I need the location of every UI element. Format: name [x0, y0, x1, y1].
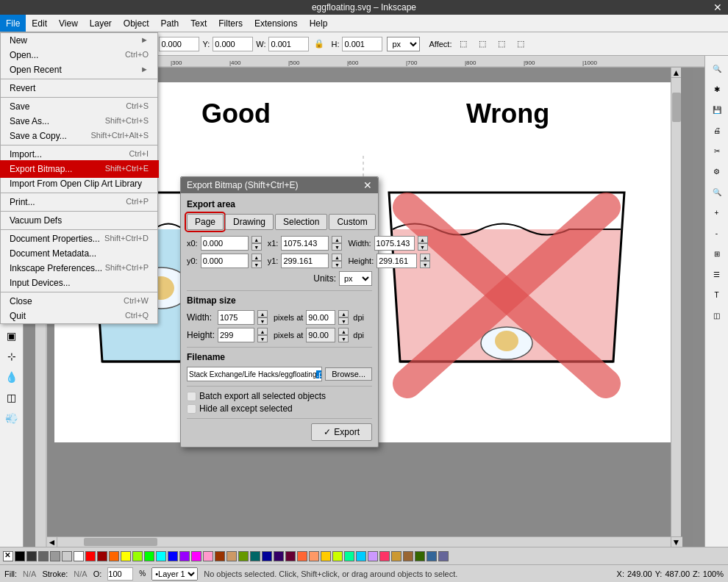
bm-height-spinner[interactable]: ▲ ▼	[257, 328, 268, 342]
right-tool-7[interactable]: 🔍	[707, 182, 727, 201]
scrollbar-h-thumb[interactable]	[84, 538, 157, 546]
bm-height-dpi-spin-up[interactable]: ▲	[338, 328, 349, 335]
lock-btn[interactable]: 🔒	[310, 35, 328, 53]
menu-item-quit[interactable]: Quit Ctrl+Q	[1, 309, 157, 323]
color-maroon[interactable]	[285, 551, 296, 561]
color-orange[interactable]	[109, 551, 119, 561]
bm-width-spin-down[interactable]: ▼	[257, 317, 268, 325]
width-spinner[interactable]: ▲ ▼	[418, 236, 428, 251]
menu-item-save-as[interactable]: Save As... Shift+Ctrl+S	[1, 114, 157, 129]
color-forest[interactable]	[415, 551, 425, 561]
y0-spinner[interactable]: ▲ ▼	[251, 254, 262, 268]
units-dropdown[interactable]: px mm in	[339, 271, 372, 286]
units-select[interactable]: px mm in	[387, 37, 420, 51]
w-input[interactable]	[268, 37, 309, 51]
bm-width-dpi-spinner[interactable]: ▲ ▼	[338, 310, 349, 325]
export-button[interactable]: ✓ Export	[311, 423, 372, 441]
h-input[interactable]	[342, 37, 382, 51]
opacity-input[interactable]	[107, 567, 133, 581]
affect-btn-3[interactable]: ⬚	[493, 35, 510, 53]
export-custom-btn[interactable]: Custom	[329, 214, 375, 230]
bm-width-spinner[interactable]: ▲ ▼	[257, 310, 268, 325]
affect-btn-1[interactable]: ⬚	[454, 35, 472, 53]
color-silver[interactable]	[62, 551, 72, 561]
y-input[interactable]	[213, 37, 253, 51]
height-spin-down[interactable]: ▼	[420, 261, 430, 268]
x1-spin-up[interactable]: ▲	[332, 236, 342, 243]
height-spinner[interactable]: ▲ ▼	[420, 254, 430, 268]
color-olive[interactable]	[238, 551, 249, 561]
bm-width-dpi-spin-up[interactable]: ▲	[338, 310, 349, 317]
dialog-close-button[interactable]: ✕	[363, 180, 372, 190]
menu-item-save[interactable]: Save Ctrl+S	[1, 99, 157, 114]
x0-input[interactable]	[201, 236, 249, 251]
right-tool-11[interactable]: ☰	[707, 265, 727, 284]
color-black[interactable]	[15, 551, 25, 561]
menu-item-export-bitmap[interactable]: Export Bitmap... Shift+Ctrl+E	[1, 162, 157, 176]
bm-height-input[interactable]	[218, 328, 254, 342]
menu-item-new[interactable]: New ►	[1, 33, 157, 48]
color-lavender[interactable]	[368, 551, 378, 561]
right-tool-12[interactable]: T	[707, 285, 727, 304]
color-dark-gray[interactable]	[26, 551, 37, 561]
layer-select[interactable]: •Layer 1	[151, 567, 198, 581]
y1-input[interactable]	[281, 254, 329, 268]
scrollbar-vertical[interactable]: ▲ ▼	[671, 68, 681, 547]
menu-view[interactable]: View	[53, 15, 84, 32]
affect-btn-4[interactable]: ⬚	[512, 35, 529, 53]
affect-btn-2[interactable]: ⬚	[474, 35, 491, 53]
batch-export-checkbox[interactable]	[187, 392, 196, 401]
menu-text[interactable]: Text	[185, 15, 213, 32]
bm-width-dpi-spin-down[interactable]: ▼	[338, 317, 349, 325]
y1-spinner[interactable]: ▲ ▼	[332, 254, 342, 268]
menu-filters[interactable]: Filters	[213, 15, 249, 32]
menu-item-save-copy[interactable]: Save a Copy... Shift+Ctrl+Alt+S	[1, 129, 157, 143]
tool-gradient[interactable]: ▣	[2, 326, 21, 345]
color-indigo[interactable]	[274, 551, 284, 561]
bm-height-spin-down[interactable]: ▼	[257, 335, 268, 342]
right-tool-3[interactable]: 💾	[707, 100, 727, 119]
y0-spin-down[interactable]: ▼	[251, 261, 262, 268]
color-green[interactable]	[144, 551, 154, 561]
bm-width-dpi-input[interactable]	[306, 310, 335, 325]
scrollbar-v-thumb[interactable]	[672, 93, 681, 122]
y0-spin-up[interactable]: ▲	[251, 254, 262, 261]
menu-edit[interactable]: Edit	[26, 15, 53, 32]
color-white[interactable]	[74, 551, 84, 561]
color-gold[interactable]	[321, 551, 331, 561]
x0-spin-down[interactable]: ▼	[251, 243, 262, 251]
menu-object[interactable]: Object	[118, 15, 155, 32]
menu-item-print[interactable]: Print... Ctrl+P	[1, 195, 157, 209]
color-brown[interactable]	[215, 551, 225, 561]
menu-extensions[interactable]: Extensions	[249, 15, 304, 32]
y1-spin-down[interactable]: ▼	[332, 261, 342, 268]
menu-path[interactable]: Path	[155, 15, 185, 32]
menu-item-vacuum[interactable]: Vacuum Defs	[1, 213, 157, 228]
right-tool-5[interactable]: ✂	[707, 141, 727, 160]
color-rose[interactable]	[379, 551, 390, 561]
hide-except-checkbox[interactable]	[187, 404, 196, 414]
menu-item-doc-meta[interactable]: Document Metadata...	[1, 246, 157, 261]
window-close-button[interactable]: ✕	[713, 2, 722, 12]
menu-item-import-openclipart[interactable]: Import From Open Clip Art Library	[1, 176, 157, 191]
right-tool-6[interactable]: ⚙	[707, 162, 727, 181]
y1-spin-up[interactable]: ▲	[332, 254, 342, 261]
tool-eraser[interactable]: ◫	[2, 388, 21, 407]
color-teal[interactable]	[250, 551, 260, 561]
scrollbar-horizontal[interactable]: ► ◄	[47, 536, 682, 547]
menu-help[interactable]: Help	[304, 15, 334, 32]
color-lime[interactable]	[332, 551, 343, 561]
color-magenta[interactable]	[191, 551, 201, 561]
menu-item-close[interactable]: Close Ctrl+W	[1, 294, 157, 309]
right-tool-10[interactable]: ⊞	[707, 244, 727, 263]
color-light-gray[interactable]	[50, 551, 60, 561]
color-sky[interactable]	[356, 551, 366, 561]
scroll-left-btn[interactable]: ◄	[47, 537, 57, 547]
color-pink[interactable]	[203, 551, 213, 561]
tool-spray[interactable]: 💨	[2, 409, 21, 428]
y0-input[interactable]	[201, 254, 249, 268]
scroll-up-btn[interactable]: ▲	[671, 68, 681, 78]
menu-file[interactable]: File	[0, 15, 26, 32]
bm-height-dpi-spinner[interactable]: ▲ ▼	[338, 328, 349, 342]
right-tool-1[interactable]: 🔍	[707, 59, 727, 78]
